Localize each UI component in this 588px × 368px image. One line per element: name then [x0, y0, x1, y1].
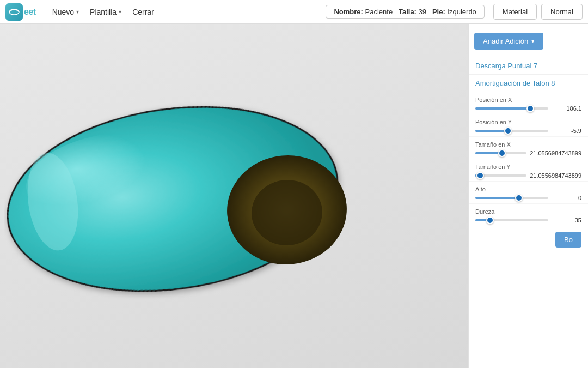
viewport[interactable]: [0, 24, 468, 368]
tamano-y-value: 21.0556984743899: [530, 172, 581, 179]
plantilla-arrow-icon: ▾: [119, 9, 121, 15]
section-descarga-puntual[interactable]: Descarga Puntual 7: [469, 57, 588, 75]
talla-label: Talla:: [399, 8, 416, 16]
param-posicion-y: Posición en Y -5.9: [469, 114, 588, 137]
dureza-label: Dureza: [475, 208, 581, 215]
posicion-x-slider[interactable]: [475, 107, 548, 110]
tamano-x-slider[interactable]: [475, 152, 526, 154]
patient-info: Nombre: Paciente Talla: 39 Pie: Izquierd…: [326, 5, 484, 19]
posicion-x-label: Posición en X: [475, 96, 581, 103]
right-panel: Añadir Adición ▾ Descarga Puntual 7 Amor…: [468, 24, 588, 368]
posicion-x-value: 186.1: [552, 105, 581, 112]
tamano-y-slider[interactable]: [475, 174, 526, 177]
menu-plantilla[interactable]: Plantilla ▾: [84, 0, 127, 24]
alto-value: 0: [552, 195, 581, 201]
pie-label: Pie:: [432, 8, 445, 16]
svg-point-0: [9, 9, 19, 15]
nombre-value: Paciente: [365, 8, 393, 16]
main-area: Añadir Adición ▾ Descarga Puntual 7 Amor…: [0, 24, 588, 368]
logo-area: eet: [5, 3, 36, 21]
posicion-y-slider[interactable]: [475, 130, 548, 132]
posicion-y-value: -5.9: [552, 128, 581, 134]
alto-label: Alto: [475, 186, 581, 192]
posicion-y-label: Posición en Y: [475, 119, 581, 125]
alto-slider[interactable]: [475, 197, 548, 199]
dureza-value: 35: [552, 217, 581, 224]
tamano-x-label: Tamaño en X: [475, 141, 581, 148]
param-posicion-x: Posición en X 186.1: [469, 92, 588, 114]
material-button[interactable]: Material: [493, 4, 537, 20]
section-amortiguacion-talon[interactable]: Amortiguación de Talón 8: [469, 75, 588, 92]
bottom-btn-area: Bo: [469, 226, 588, 253]
insole-3d: [4, 93, 418, 300]
param-dureza: Dureza 35: [469, 204, 588, 226]
logo-text: eet: [24, 7, 36, 17]
bottom-action-button[interactable]: Bo: [555, 232, 581, 248]
param-alto: Alto 0: [469, 182, 588, 204]
nuevo-arrow-icon: ▾: [76, 9, 79, 15]
add-dropdown-arrow-icon: ▾: [531, 38, 535, 45]
menu-nuevo[interactable]: Nuevo ▾: [47, 0, 84, 24]
tamano-x-value: 21.0556984743899: [530, 150, 581, 156]
talla-value: 39: [419, 8, 426, 16]
tamano-y-label: Tamaño en Y: [475, 164, 581, 170]
topbar: eet Nuevo ▾ Plantilla ▾ Cerrar Nombre: P…: [0, 0, 588, 24]
nombre-label: Nombre:: [334, 8, 363, 16]
normal-button[interactable]: Normal: [541, 4, 583, 20]
param-tamano-y: Tamaño en Y 21.0556984743899: [469, 159, 588, 182]
logo-icon: [5, 3, 23, 21]
param-tamano-x: Tamaño en X 21.0556984743899: [469, 137, 588, 159]
menu-cerrar[interactable]: Cerrar: [127, 0, 160, 24]
dureza-slider[interactable]: [475, 219, 548, 221]
add-addition-button[interactable]: Añadir Adición ▾: [474, 33, 543, 50]
pie-value: Izquierdo: [447, 8, 476, 16]
